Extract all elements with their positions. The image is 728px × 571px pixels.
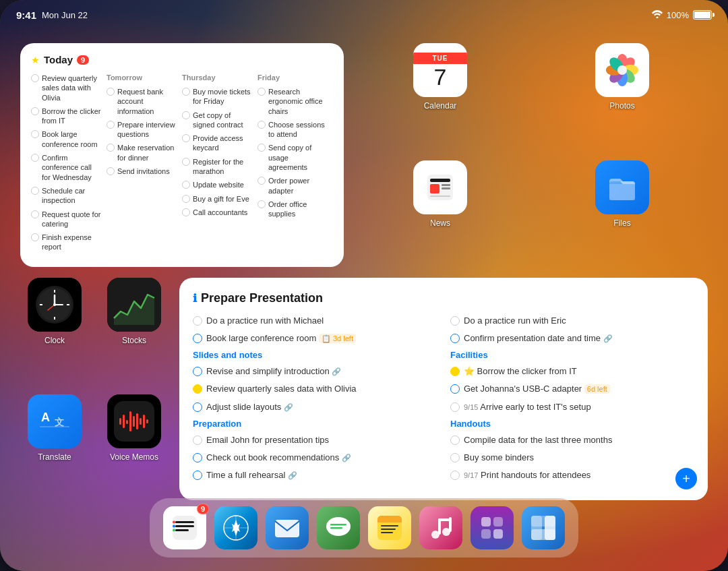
reminder-text: Make reservation for dinner — [117, 143, 177, 162]
reminder-text: Email John for presentation tips — [206, 434, 329, 446]
calendar-app[interactable]: TUE 7 Calendar — [355, 43, 526, 150]
svg-rect-88 — [531, 529, 555, 540]
svg-rect-82 — [481, 529, 491, 539]
dock-messages[interactable] — [317, 506, 360, 549]
stocks-icon — [107, 278, 161, 332]
dock-appstore[interactable] — [522, 506, 565, 549]
reminder-circle — [257, 121, 266, 129]
dock: 9 — [150, 498, 578, 558]
reminder-text: Finish expense report — [42, 233, 101, 252]
reminder-item: Update website — [182, 180, 252, 189]
files-label: Files — [613, 218, 630, 228]
svg-text:A: A — [41, 411, 50, 424]
large-reminder-item: Email John for presentation tips — [193, 434, 437, 446]
reminder-item: Send invitations — [107, 167, 177, 176]
stocks-app[interactable]: Stocks — [100, 278, 169, 384]
svg-rect-36 — [119, 418, 121, 425]
cal-day-number: 7 — [434, 65, 447, 88]
large-reminder-item: Compile data for the last three months — [450, 434, 694, 446]
svg-rect-81 — [493, 517, 503, 527]
badge: 9 — [197, 504, 209, 514]
reminder-text: ⭐ Borrow the clicker from IT — [464, 365, 577, 378]
widget-header: ★ Today 9 — [31, 54, 333, 65]
reminders-widget[interactable]: ★ Today 9 Review quarterly sales data wi… — [20, 43, 344, 267]
large-reminder-item: Check out book recommendations 🔗 — [193, 452, 437, 464]
large-reminder-item: Do a practice run with Eric — [450, 315, 694, 327]
cal-day-of-week: TUE — [413, 53, 467, 64]
reminder-circle — [182, 208, 190, 216]
calendar-label: Calendar — [424, 101, 457, 111]
dock-safari[interactable] — [214, 506, 257, 549]
reminder-circle — [31, 130, 39, 138]
dock-notes[interactable] — [368, 506, 411, 549]
reminder-circle — [193, 384, 202, 394]
star-icon: ★ — [31, 55, 40, 65]
svg-point-52 — [173, 529, 175, 532]
reminder-circle — [193, 453, 202, 462]
svg-rect-43 — [143, 415, 145, 428]
section-label: Facilities — [450, 350, 694, 360]
svg-rect-39 — [129, 411, 131, 431]
info-icon: ℹ — [193, 292, 197, 305]
reminders-columns: Review quarterly sales data with Olivia … — [31, 73, 333, 256]
reminder-item: Order office supplies — [257, 200, 328, 219]
reminder-circle — [193, 316, 202, 326]
reminder-circle — [257, 88, 266, 96]
reminder-circle — [193, 471, 202, 480]
translate-app[interactable]: A 文 Translate — [20, 394, 89, 500]
reminder-circle — [193, 402, 202, 412]
wifi-icon — [652, 10, 663, 20]
svg-rect-78 — [438, 518, 452, 521]
section-label: Slides and notes — [193, 350, 437, 360]
files-icon — [595, 160, 649, 214]
dock-music[interactable] — [419, 506, 462, 549]
reminder-text: Adjust slide layouts 🔗 — [206, 401, 293, 413]
reminder-item: Prepare interview questions — [107, 120, 177, 140]
stocks-label: Stocks — [122, 336, 146, 345]
reminder-text: Call accountants — [193, 208, 247, 217]
reminder-circle — [450, 334, 460, 343]
voicememos-label: Voice Memos — [110, 452, 158, 462]
reminder-item: Make reservation for dinner — [107, 143, 177, 162]
files-app[interactable]: Files — [537, 160, 708, 267]
svg-rect-42 — [140, 418, 142, 425]
add-reminder-button[interactable]: + — [675, 468, 697, 489]
dock-mail[interactable] — [266, 506, 309, 549]
page-dot-1 — [351, 479, 356, 485]
news-label: News — [430, 218, 450, 228]
svg-rect-40 — [133, 416, 135, 427]
col-header: Tomorrow — [107, 73, 177, 82]
reminder-text: Send copy of usage agreements — [268, 143, 328, 172]
reminder-circle — [450, 402, 460, 412]
svg-point-50 — [173, 521, 175, 524]
ipad-frame: 9:41 Mon Jun 22 100% ★ — [0, 0, 728, 571]
svg-rect-19 — [609, 184, 635, 200]
svg-rect-16 — [430, 196, 450, 197]
photos-app[interactable]: Photos — [537, 43, 708, 150]
reminder-circle — [450, 471, 460, 480]
reminder-text: Request quote for catering — [42, 210, 101, 229]
news-app[interactable]: News — [355, 160, 526, 267]
reminder-text: Order power adapter — [268, 176, 328, 196]
svg-rect-15 — [442, 187, 450, 189]
reminder-item: Register for the marathon — [182, 157, 252, 177]
voicememos-app[interactable]: Voice Memos — [100, 394, 169, 500]
thursday-col: Thursday Buy movie tickets for Friday Ge… — [182, 73, 257, 256]
reminders-large-widget[interactable]: ℹ Prepare Presentation Do a practice run… — [179, 278, 708, 501]
reminder-text: Buy some binders — [464, 452, 534, 464]
photos-label: Photos — [609, 101, 634, 111]
voicememos-icon — [107, 394, 161, 448]
reminder-text: Send invitations — [117, 167, 170, 176]
clock-app[interactable]: Clock — [20, 278, 89, 384]
reminder-text: Update website — [193, 180, 244, 189]
widget-title: Today — [44, 54, 73, 65]
large-reminder-item: 9/17 Print handouts for attendees — [450, 469, 694, 481]
large-reminder-item: 9/15 Arrive early to test IT's setup — [450, 401, 694, 413]
svg-rect-46 — [173, 516, 197, 540]
large-reminder-item: Do a practice run with Michael — [193, 315, 437, 327]
reminder-item: Finish expense report — [31, 233, 101, 252]
dock-reminders[interactable]: 9 — [163, 506, 206, 549]
reminder-circle — [107, 144, 115, 152]
svg-rect-79 — [477, 513, 507, 543]
dock-shortcuts[interactable] — [471, 506, 514, 549]
